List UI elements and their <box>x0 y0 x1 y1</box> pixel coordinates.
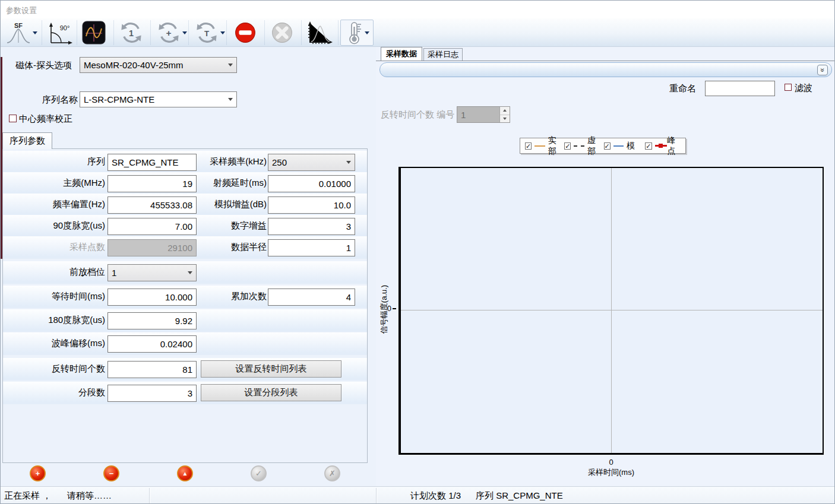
segment-count-input[interactable] <box>107 385 197 402</box>
tab-sample-log[interactable]: 采样日志 <box>423 48 463 61</box>
inversion-count-input[interactable] <box>107 361 197 378</box>
spinner-down-button[interactable] <box>500 115 510 123</box>
inversion-index-spinner: 1 <box>457 106 510 123</box>
parameter-settings-window: 参数设置 SF 90° <box>0 0 835 504</box>
legend-imag-line-swatch <box>574 145 584 147</box>
curve-axes-icon <box>306 21 333 45</box>
thermometer-icon <box>345 21 363 45</box>
svg-text:T: T <box>204 29 208 38</box>
digital-gain-input[interactable] <box>268 218 355 235</box>
accumulate-count-input[interactable] <box>268 289 355 306</box>
pulse90-width-input[interactable] <box>107 218 197 235</box>
set-segment-list-label: 设置分段列表 <box>245 387 298 398</box>
data-radius-input[interactable] <box>268 239 355 256</box>
tab-sample-data[interactable]: 采样数据 <box>381 47 422 61</box>
wait-time-label: 等待时间(ms) <box>3 291 105 302</box>
loop-once-button[interactable]: 1 <box>117 20 146 46</box>
chevron-down-icon <box>228 64 233 66</box>
param-row: 前放档位 1 <box>3 261 367 284</box>
dropdown-arrow-icon[interactable] <box>365 31 369 34</box>
status-divider <box>149 488 150 504</box>
legend-modulus-line-swatch <box>613 145 624 147</box>
collapse-button[interactable]: » <box>817 65 828 75</box>
tab-underline <box>376 61 835 61</box>
sequence-select[interactable]: L-SR-CPMG-NTE <box>80 91 237 107</box>
loop-accumulate-button[interactable]: + <box>154 20 189 46</box>
legend-modulus-checkbox[interactable]: ✓ <box>604 142 611 150</box>
gridline-horizontal-zero <box>401 310 823 310</box>
up-arrow-icon <box>503 109 507 112</box>
x-icon: ✗ <box>329 469 336 478</box>
probe-select-value: MesoMR-020-40V-25mm <box>84 60 226 70</box>
signal-chart-plot-area[interactable] <box>398 167 824 455</box>
sample-rate-select[interactable]: 250 <box>268 154 355 171</box>
set-segment-list-button[interactable]: 设置分段列表 <box>201 384 341 401</box>
rename-input[interactable] <box>705 81 775 96</box>
legend-real-checkbox[interactable]: ✓ <box>525 142 532 150</box>
toolbar-separator <box>42 20 42 45</box>
spinner-buttons <box>499 107 510 122</box>
toolbar-separator <box>264 20 265 45</box>
segment-count-label: 分段数 <box>3 387 105 398</box>
legend-peak-checkbox[interactable]: ✓ <box>645 142 651 150</box>
main-freq-input[interactable] <box>107 175 197 192</box>
pulse90-width-label: 90度脉宽(us) <box>3 220 105 232</box>
add-button[interactable]: + <box>30 465 46 481</box>
plus-icon: + <box>36 469 40 478</box>
freq-offset-input[interactable] <box>107 196 197 214</box>
sequence-input[interactable] <box>107 154 197 171</box>
pulse-90-calibration-button[interactable]: 90° <box>45 20 75 46</box>
preamp-gear-select[interactable]: 1 <box>107 264 197 281</box>
loop-once-icon: 1 <box>119 21 143 45</box>
legend-real-label: 实部 <box>548 135 561 157</box>
status-sequence: 序列 SR_CPMG_NTE <box>476 490 563 502</box>
param-row: 等待时间(ms) 累加次数 <box>3 286 367 308</box>
window-title: 参数设置 <box>6 5 37 16</box>
curve-display-button[interactable] <box>305 20 334 46</box>
parameters-panel: 磁体-探头选项 MesoMR-020-40V-25mm 序列名称 L-SR-CP… <box>1 47 376 486</box>
sample-points-label: 采样点数 <box>3 242 105 253</box>
legend-peak-label: 峰点 <box>668 135 681 157</box>
tab-sample-log-label: 采样日志 <box>428 49 458 60</box>
remove-button[interactable]: − <box>103 465 119 481</box>
rf-delay-input[interactable] <box>268 175 355 192</box>
filter-checkbox[interactable] <box>785 84 792 91</box>
loop-accumulate-icon: + <box>157 21 181 45</box>
spinner-up-button[interactable] <box>500 107 510 115</box>
dropdown-arrow-icon[interactable] <box>220 31 225 34</box>
stop-button[interactable] <box>231 20 260 46</box>
loop-timed-button[interactable]: T <box>192 20 227 46</box>
loop-timed-icon: T <box>195 21 219 45</box>
inversion-index-label: 反转时间个数 编号 <box>381 109 454 121</box>
rename-label: 重命名 <box>669 83 696 94</box>
set-inversion-list-button[interactable]: 设置反转时间列表 <box>201 360 341 378</box>
probe-label: 磁体-探头选项 <box>15 60 72 71</box>
collapse-bar[interactable]: » <box>379 62 832 77</box>
wait-time-input[interactable] <box>107 289 197 306</box>
angle-90-icon: 90° <box>46 21 74 45</box>
toolbar-separator <box>150 20 151 45</box>
inversion-index-value: 1 <box>457 107 499 122</box>
move-up-button[interactable]: ▲ <box>177 465 193 481</box>
svg-text:SF: SF <box>14 22 22 29</box>
analog-gain-input[interactable] <box>268 196 355 214</box>
legend-peak-marker-swatch <box>655 143 665 148</box>
pulse180-width-input[interactable] <box>107 312 197 329</box>
sine-curve-icon <box>82 21 106 45</box>
dropdown-arrow-icon[interactable] <box>33 31 37 34</box>
legend-imag-checkbox[interactable]: ✓ <box>564 142 571 150</box>
tab-sequence-params[interactable]: 序列参数 <box>2 132 52 149</box>
status-sampling-text: 正在采样 ， <box>4 490 51 502</box>
dropdown-arrow-icon[interactable] <box>182 31 187 34</box>
pulse180-width-label: 180度脉宽(us) <box>3 315 105 326</box>
legend-modulus-label: 模 <box>627 141 635 151</box>
title-bar: 参数设置 <box>1 1 834 18</box>
sf-lineshape-button[interactable]: SF <box>3 20 40 46</box>
center-freq-checkbox[interactable] <box>9 115 17 122</box>
sample-rate-label: 采样频率(kHz) <box>199 156 267 167</box>
sine-display-button[interactable] <box>80 20 107 46</box>
rf-delay-label: 射频延时(ms) <box>199 177 267 189</box>
probe-select[interactable]: MesoMR-020-40V-25mm <box>80 57 237 73</box>
temperature-button[interactable] <box>340 20 374 46</box>
peak-offset-input[interactable] <box>107 335 197 353</box>
